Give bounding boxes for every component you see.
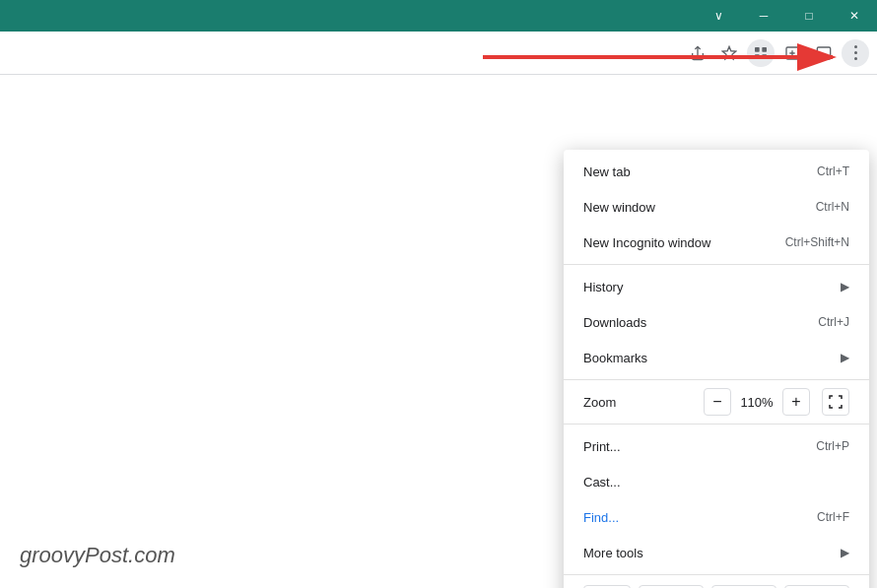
chevron-button[interactable]: ∨ — [696, 0, 741, 32]
zoom-minus-button[interactable]: − — [704, 388, 731, 416]
menu-item-shortcut: Ctrl+T — [817, 164, 849, 178]
svg-rect-2 — [755, 54, 760, 59]
menu-item-label: New tab — [583, 164, 631, 179]
context-menu: New tab Ctrl+T New window Ctrl+N New Inc… — [564, 150, 869, 588]
zoom-row: Zoom − 110% + — [564, 384, 869, 420]
menu-item-label: Print... — [583, 439, 621, 454]
menu-button[interactable] — [842, 39, 869, 67]
menu-item-label: Find... — [583, 510, 619, 525]
page-content: groovyPost.com New tab Ctrl+T New window… — [0, 75, 877, 588]
submenu-arrow-icon: ▶ — [841, 546, 849, 559]
divider-2 — [564, 379, 869, 380]
tab-search-icon[interactable] — [810, 39, 838, 67]
menu-item-bookmarks[interactable]: Bookmarks ▶ — [564, 340, 869, 375]
edit-row: Edit Cut Copy Paste — [564, 579, 869, 588]
menu-item-label: History — [583, 280, 623, 294]
menu-item-find[interactable]: Find... Ctrl+F — [564, 499, 869, 535]
zoom-value: 110% — [737, 395, 776, 410]
svg-rect-3 — [762, 54, 767, 59]
svg-rect-5 — [817, 47, 830, 59]
divider-4 — [564, 574, 869, 575]
maximize-button[interactable]: □ — [786, 0, 832, 32]
divider-3 — [564, 424, 869, 425]
submenu-arrow-icon: ▶ — [841, 280, 849, 294]
fullscreen-icon — [829, 395, 843, 409]
divider-1 — [564, 264, 869, 265]
menu-item-shortcut: Ctrl+F — [817, 510, 849, 524]
menu-item-label: More tools — [583, 546, 643, 560]
svg-rect-1 — [762, 47, 767, 52]
submenu-arrow-icon: ▶ — [841, 351, 849, 364]
menu-item-print[interactable]: Print... Ctrl+P — [564, 428, 869, 464]
title-bar: ∨ ─ □ ✕ — [0, 0, 877, 32]
zoom-label: Zoom — [583, 395, 642, 410]
menu-item-new-incognito[interactable]: New Incognito window Ctrl+Shift+N — [564, 225, 869, 260]
title-bar-controls: ∨ ─ □ ✕ — [696, 0, 877, 32]
menu-item-label: New window — [583, 200, 655, 215]
menu-item-shortcut: Ctrl+P — [816, 439, 849, 453]
watermark-text: groovyPost.com — [20, 543, 175, 568]
menu-item-new-window[interactable]: New window Ctrl+N — [564, 189, 869, 225]
menu-item-label: Bookmarks — [583, 351, 647, 365]
menu-item-shortcut: Ctrl+N — [816, 200, 849, 214]
share-icon[interactable] — [684, 39, 711, 67]
menu-item-shortcut: Ctrl+Shift+N — [785, 235, 849, 249]
menu-item-downloads[interactable]: Downloads Ctrl+J — [564, 304, 869, 340]
minimize-button[interactable]: ─ — [741, 0, 786, 32]
add-tab-icon[interactable] — [778, 39, 806, 67]
menu-item-cast[interactable]: Cast... — [564, 464, 869, 499]
three-dots-icon — [854, 45, 857, 60]
menu-item-label: New Incognito window — [583, 235, 710, 250]
menu-item-history[interactable]: History ▶ — [564, 269, 869, 304]
menu-item-new-tab[interactable]: New tab Ctrl+T — [564, 154, 869, 189]
menu-item-label: Downloads — [583, 315, 646, 330]
menu-item-more-tools[interactable]: More tools ▶ — [564, 535, 869, 570]
svg-rect-0 — [755, 47, 760, 52]
bookmark-icon[interactable] — [715, 39, 743, 67]
zoom-controls: − 110% + — [704, 388, 849, 416]
menu-item-shortcut: Ctrl+J — [818, 315, 849, 329]
close-button[interactable]: ✕ — [832, 0, 877, 32]
zoom-plus-button[interactable]: + — [782, 388, 810, 416]
toolbar — [0, 32, 877, 75]
fullscreen-button[interactable] — [822, 388, 849, 416]
menu-item-label: Cast... — [583, 475, 621, 490]
extension-icon[interactable] — [747, 39, 775, 67]
